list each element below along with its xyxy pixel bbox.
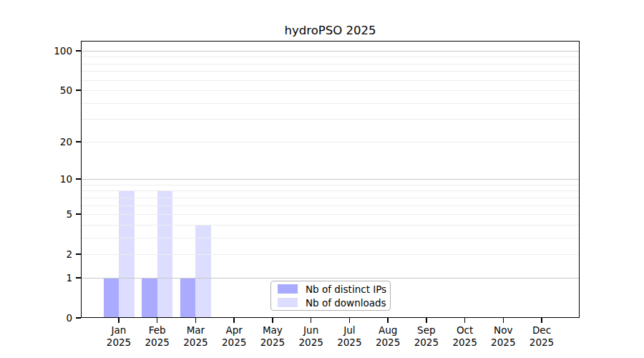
gridline-major-100 <box>81 51 580 52</box>
y-tick-label-20: 20 <box>28 136 72 147</box>
chart-title: hydroPSO 2025 <box>81 24 580 37</box>
gridline-minor-80 <box>81 64 580 64</box>
y-tick-label-0: 0 <box>28 312 72 324</box>
y-tick-0 <box>76 317 81 319</box>
x-tick-label-oct: Oct2025 <box>445 324 485 349</box>
y-tick-label-2: 2 <box>28 248 72 260</box>
x-tick-label-mar: Mar2025 <box>175 324 215 349</box>
x-tick-label-nov: Nov2025 <box>483 324 523 349</box>
y-tick-2 <box>76 253 81 255</box>
bar-distinct-ips-jan <box>104 278 119 318</box>
gridline-minor-60 <box>81 80 580 81</box>
x-tick-label-jul: Jul2025 <box>329 324 369 349</box>
gridline-major-1 <box>81 278 580 279</box>
x-tick-aug <box>387 318 389 323</box>
x-tick-label-feb: Feb2025 <box>137 324 177 349</box>
x-tick-label-may: May2025 <box>253 324 293 349</box>
gridline-minor-5 <box>81 214 580 215</box>
bar-distinct-ips-feb <box>142 278 157 318</box>
y-tick-label-100: 100 <box>28 45 72 57</box>
legend-item-downloads: Nb of downloads <box>278 297 384 309</box>
y-tick-label-1: 1 <box>28 272 72 284</box>
x-tick-feb <box>157 318 158 323</box>
legend: Nb of distinct IPs Nb of downloads <box>270 281 391 311</box>
gridline-minor-30 <box>81 119 580 120</box>
y-tick-100 <box>76 50 81 52</box>
x-tick-dec <box>541 318 542 323</box>
x-tick-label-aug: Aug2025 <box>368 324 408 349</box>
x-tick-oct <box>464 318 466 323</box>
y-tick-5 <box>76 213 81 215</box>
y-tick-label-50: 50 <box>28 84 72 96</box>
gridline-minor-4 <box>81 225 580 226</box>
x-tick-label-apr: Apr2025 <box>214 324 254 349</box>
y-tick-20 <box>76 141 81 142</box>
gridline-minor-2 <box>81 254 580 255</box>
legend-label-distinct-ips: Nb of distinct IPs <box>306 284 386 295</box>
plot-area <box>81 41 580 318</box>
bar-distinct-ips-mar <box>180 278 196 318</box>
gridline-minor-9 <box>81 185 580 185</box>
x-tick-sep <box>426 318 427 323</box>
x-tick-jul <box>349 318 351 323</box>
gridline-minor-50 <box>81 90 580 91</box>
x-tick-mar <box>195 318 197 323</box>
gridline-minor-20 <box>81 142 580 142</box>
chart-canvas: hydroPSO 2025 0125102050100 Jan2025Feb20… <box>0 0 644 358</box>
x-tick-label-jun: Jun2025 <box>291 324 331 349</box>
gridline-minor-3 <box>81 238 580 238</box>
x-tick-label-dec: Dec2025 <box>522 324 562 349</box>
gridline-minor-7 <box>81 198 580 198</box>
gridline-minor-40 <box>81 103 580 104</box>
x-tick-label-jan: Jan2025 <box>99 324 139 349</box>
legend-label-downloads: Nb of downloads <box>306 297 386 309</box>
legend-swatch-downloads <box>278 298 298 307</box>
gridline-minor-6 <box>81 205 580 206</box>
y-tick-label-5: 5 <box>28 208 72 220</box>
x-tick-nov <box>503 318 504 323</box>
x-tick-may <box>272 318 273 323</box>
gridline-major-10 <box>81 179 580 180</box>
legend-swatch-distinct-ips <box>278 284 298 294</box>
y-tick-50 <box>76 90 81 91</box>
x-tick-jun <box>311 318 312 323</box>
bar-downloads-mar <box>195 225 211 318</box>
gridline-minor-70 <box>81 71 580 72</box>
x-tick-apr <box>233 318 235 323</box>
legend-item-distinct-ips: Nb of distinct IPs <box>278 284 384 295</box>
gridline-minor-90 <box>81 57 580 57</box>
y-tick-label-10: 10 <box>28 173 72 185</box>
x-tick-jan <box>118 318 119 323</box>
gridline-minor-8 <box>81 190 580 191</box>
x-tick-label-sep: Sep2025 <box>406 324 447 349</box>
y-tick-10 <box>76 178 81 180</box>
y-tick-1 <box>76 277 81 279</box>
